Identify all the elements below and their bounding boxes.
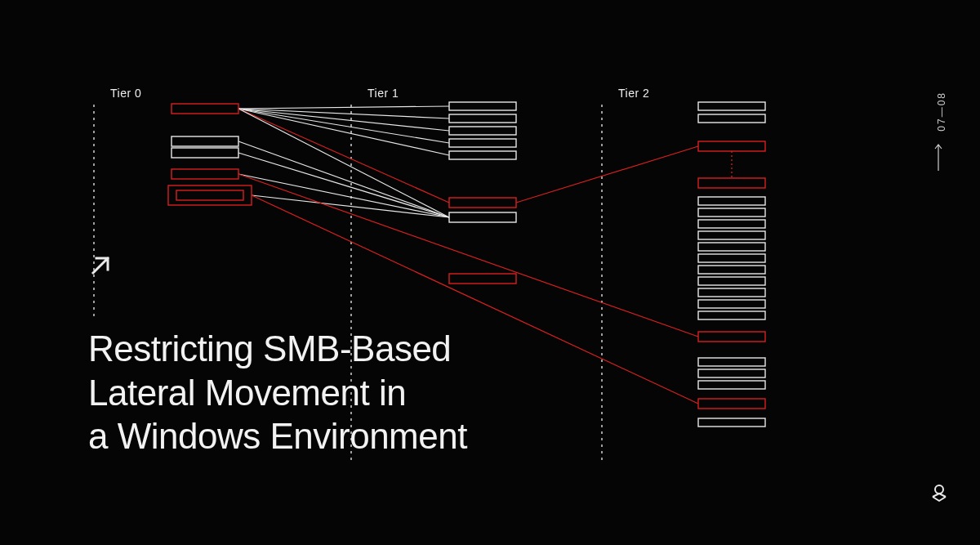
node-box — [172, 169, 238, 179]
node-box — [176, 190, 243, 200]
node-box — [698, 266, 765, 274]
node-box — [698, 114, 765, 123]
node-box — [698, 208, 765, 217]
edge — [238, 109, 449, 217]
node-box — [698, 102, 765, 110]
edge — [238, 174, 449, 217]
tier-label-0: Tier 0 — [110, 87, 141, 100]
brand-logo-icon — [931, 483, 947, 503]
title-line-1: Restricting SMB-Based — [88, 328, 451, 369]
diagram-stage: Tier 0 Tier 1 Tier 2 Restricting SMB-Bas… — [0, 0, 980, 545]
node-box — [698, 220, 765, 228]
edge — [238, 109, 449, 155]
node-box — [449, 139, 516, 147]
title-line-3: a Windows Environment — [88, 416, 467, 456]
node-box — [698, 178, 765, 188]
edge — [238, 174, 698, 337]
edge — [252, 195, 449, 217]
node-box — [698, 418, 765, 427]
node-box — [449, 212, 516, 222]
node-box — [172, 104, 238, 114]
tier-diagram — [0, 0, 980, 545]
node-box — [698, 288, 765, 297]
edge — [238, 106, 449, 109]
node-box — [449, 127, 516, 135]
node-box — [698, 277, 765, 285]
edge — [238, 153, 449, 217]
node-box — [449, 274, 516, 284]
node-box — [698, 399, 765, 409]
node-box — [698, 369, 765, 377]
node-box — [698, 358, 765, 366]
tier-label-2: Tier 2 — [618, 87, 649, 100]
node-box — [698, 231, 765, 239]
edge — [516, 146, 698, 203]
node-box — [698, 254, 765, 262]
node-box — [449, 151, 516, 159]
edge — [238, 109, 449, 143]
arrow-up-right-icon — [88, 253, 113, 278]
node-box — [449, 198, 516, 208]
node-box — [168, 185, 252, 205]
edge — [238, 109, 449, 203]
node-box — [449, 114, 516, 123]
edge — [238, 109, 449, 118]
svg-point-0 — [935, 485, 943, 494]
node-box — [698, 332, 765, 342]
tier-label-1: Tier 1 — [368, 87, 399, 100]
article-title: Restricting SMB-Based Lateral Movement i… — [88, 327, 467, 458]
node-box — [172, 148, 238, 158]
node-box — [698, 141, 765, 151]
node-box — [172, 136, 238, 146]
node-box — [698, 243, 765, 251]
node-box — [449, 102, 516, 110]
edge — [238, 141, 449, 217]
node-box — [698, 381, 765, 389]
page-indicator: 07—08 — [936, 92, 947, 132]
node-box — [698, 311, 765, 319]
title-line-2: Lateral Movement in — [88, 373, 406, 413]
arrow-up-icon — [934, 143, 942, 171]
node-box — [698, 197, 765, 205]
edge — [238, 109, 449, 131]
node-box — [698, 300, 765, 308]
